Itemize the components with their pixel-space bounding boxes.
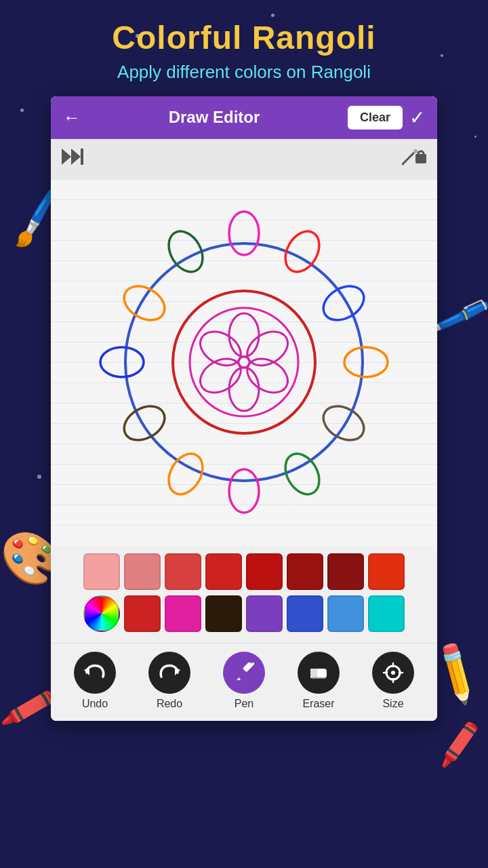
page-subtitle: Apply different colors on Rangoli	[27, 62, 461, 83]
undo-icon	[74, 652, 116, 694]
color-palette	[51, 545, 437, 643]
app-container: ← Draw Editor Clear ✓	[51, 96, 437, 721]
confirm-button[interactable]: ✓	[409, 106, 425, 129]
color-swatch-salmon[interactable]	[124, 553, 161, 590]
color-swatch-blue[interactable]	[287, 595, 323, 632]
svg-point-7	[125, 243, 363, 481]
svg-point-14	[229, 368, 259, 411]
color-swatch-cyan[interactable]	[368, 595, 405, 632]
svg-point-21	[317, 399, 369, 447]
svg-point-11	[229, 313, 259, 357]
svg-point-26	[100, 347, 144, 377]
skip-icon[interactable]	[62, 147, 83, 171]
color-row-2	[58, 595, 430, 632]
pen-label: Pen	[235, 698, 253, 710]
eraser-icon	[298, 652, 340, 694]
color-swatch-hot-pink[interactable]	[165, 595, 201, 632]
undo-tool[interactable]: Undo	[74, 652, 116, 710]
clear-button[interactable]: Clear	[348, 106, 403, 130]
color-swatch-light-blue[interactable]	[327, 595, 364, 632]
size-icon	[372, 652, 414, 694]
svg-point-38	[391, 671, 395, 675]
bottom-toolbar: Undo Redo Pen	[51, 643, 437, 721]
svg-marker-32	[237, 677, 241, 680]
svg-marker-0	[62, 149, 71, 165]
svg-point-23	[229, 469, 259, 513]
color-swatch-deeper-red[interactable]	[287, 553, 323, 590]
redo-tool[interactable]: Redo	[148, 652, 190, 710]
color-swatch-red[interactable]	[205, 553, 242, 590]
size-tool[interactable]: Size	[372, 652, 414, 710]
editor-title: Draw Editor	[169, 108, 260, 127]
eraser-tool[interactable]: Eraser	[298, 652, 340, 710]
svg-point-17	[229, 212, 259, 255]
svg-point-19	[317, 279, 369, 327]
svg-line-5	[402, 153, 414, 165]
svg-point-27	[118, 279, 170, 327]
eraser-label: Eraser	[302, 698, 334, 710]
lock-brush-icon[interactable]	[402, 146, 426, 172]
svg-rect-3	[415, 154, 426, 163]
color-swatch-dark-red[interactable]	[246, 553, 283, 590]
color-swatch-orange-red[interactable]	[368, 553, 405, 590]
svg-rect-2	[81, 149, 83, 165]
redo-icon	[148, 652, 190, 694]
color-swatch-darkest-red[interactable]	[327, 553, 364, 590]
color-swatch-dark-brown[interactable]	[205, 595, 242, 632]
back-button[interactable]: ←	[63, 107, 81, 128]
svg-point-6	[413, 149, 418, 153]
svg-point-20	[344, 347, 388, 377]
color-swatch-red2[interactable]	[124, 595, 161, 632]
redo-label: Redo	[157, 698, 182, 710]
top-bar: ← Draw Editor Clear ✓	[51, 96, 437, 139]
pen-icon	[223, 652, 265, 694]
editor-toolbar	[51, 139, 437, 179]
svg-marker-1	[71, 149, 81, 165]
pen-tool[interactable]: Pen	[223, 652, 265, 710]
color-wheel-picker[interactable]	[83, 595, 120, 632]
color-swatch-purple[interactable]	[246, 595, 283, 632]
svg-point-9	[190, 308, 298, 416]
svg-point-25	[118, 399, 170, 447]
svg-rect-31	[243, 663, 254, 672]
page-title: Colorful Rangoli	[27, 20, 461, 56]
drawing-canvas[interactable]	[51, 179, 437, 545]
color-swatch-medium-red[interactable]	[165, 553, 201, 590]
rangoli-drawing	[88, 193, 400, 532]
size-label: Size	[382, 698, 403, 710]
crayon-right-icon: 🖍️	[432, 719, 486, 770]
color-row-1	[58, 553, 430, 590]
undo-label: Undo	[82, 698, 108, 710]
top-bar-actions: Clear ✓	[348, 106, 425, 130]
svg-rect-35	[310, 669, 317, 678]
color-swatch-light-pink[interactable]	[83, 553, 120, 590]
